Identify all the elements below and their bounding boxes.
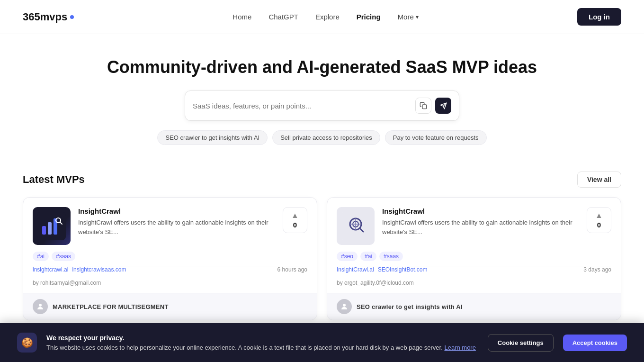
cookie-learn-more-link[interactable]: Learn more	[444, 344, 475, 351]
mvp-cards-grid: InsightCrawl InsightCrawl offers users t…	[23, 197, 621, 320]
card-byline-1: by rohitsamyal@gmail.com	[23, 280, 317, 293]
card-desc-2: InsightCrawl offers users the ability to…	[382, 218, 579, 236]
navbar: 365mvps Home ChatGPT Explore Pricing Mor…	[0, 0, 644, 34]
card-top-1: InsightCrawl InsightCrawl offers users t…	[23, 198, 317, 252]
mvp-card-2: InsightCrawl InsightCrawl offers users t…	[327, 197, 621, 320]
svg-point-16	[343, 304, 346, 307]
search-submit-button[interactable]	[435, 98, 451, 114]
svg-rect-0	[422, 105, 427, 109]
vote-box-1[interactable]: ▲ 0	[283, 207, 307, 233]
card-domain2-2[interactable]: SEOInsightBot.com	[378, 266, 428, 273]
section-title: Latest MVPs	[23, 173, 85, 186]
category-avatar-1	[33, 299, 48, 314]
tag-pay-to-vote[interactable]: Pay to vote feature on requests	[385, 130, 487, 145]
section-header: Latest MVPs View all	[23, 172, 621, 188]
category-banner-2: SEO crawler to get insights with AI	[327, 293, 621, 320]
card-meta-2: InsightCrawl.ai SEOInsightBot.com 3 days…	[327, 266, 621, 280]
card-by-1: by rohitsamyal@gmail.com	[33, 280, 101, 286]
card-tag-ai-1[interactable]: #ai	[33, 252, 49, 261]
card-meta-1: insightcrawl.ai insightcrawlsaas.com 6 h…	[23, 266, 317, 280]
search-input[interactable]	[193, 102, 415, 110]
card-domain1-1[interactable]: insightcrawl.ai	[33, 266, 68, 273]
card-domain1-2[interactable]: InsightCrawl.ai	[337, 266, 374, 273]
card-byline-2: by ergot_agility.0f@icloud.com	[327, 280, 621, 293]
card-links-1: insightcrawl.ai insightcrawlsaas.com	[33, 266, 126, 273]
nav-links: Home ChatGPT Explore Pricing More ▾	[233, 13, 418, 21]
nav-more[interactable]: More ▾	[398, 13, 419, 21]
category-avatar-2	[337, 299, 352, 314]
cookie-text: We respect your privacy. This website us…	[46, 333, 478, 353]
insightcrawl2-logo-svg	[341, 212, 370, 240]
view-all-button[interactable]: View all	[577, 172, 621, 188]
card-time-2: 3 days ago	[583, 266, 611, 273]
card-tag-saas-1[interactable]: #saas	[52, 252, 75, 261]
search-actions	[415, 98, 451, 114]
category-text-1: MARKETPLACE FOR MULTISEGMENT	[53, 303, 169, 310]
svg-rect-6	[54, 218, 57, 235]
mvp-card-1: InsightCrawl InsightCrawl offers users t…	[23, 197, 317, 320]
card-top-2: InsightCrawl InsightCrawl offers users t…	[327, 198, 621, 252]
copy-icon-button[interactable]	[415, 98, 431, 114]
cookie-body: This website uses cookies to help person…	[46, 344, 443, 351]
chevron-down-icon: ▾	[416, 14, 419, 20]
login-button[interactable]: Log in	[577, 8, 621, 26]
tag-seo-crawler[interactable]: SEO crawler to get insights with AI	[157, 130, 268, 145]
svg-rect-4	[42, 226, 46, 235]
cookie-title: We respect your privacy.	[46, 334, 124, 342]
card-by-2: by ergot_agility.0f@icloud.com	[337, 280, 414, 286]
send-icon	[440, 102, 447, 109]
copy-icon	[420, 102, 427, 109]
site-logo[interactable]: 365mvps	[23, 11, 74, 23]
card-brand-2: InsightCrawl	[382, 207, 579, 215]
card-tag-ai-2[interactable]: #ai	[360, 252, 376, 261]
nav-pricing[interactable]: Pricing	[357, 13, 381, 21]
card-brand-1: InsightCrawl	[78, 207, 275, 215]
upvote-icon-2: ▲	[595, 211, 603, 220]
person-icon-1	[36, 302, 45, 311]
nav-explore[interactable]: Explore	[315, 13, 340, 21]
cookie-accept-button[interactable]: Accept cookies	[563, 335, 627, 351]
card-tag-saas-2[interactable]: #saas	[379, 252, 403, 261]
card-domain2-1[interactable]: insightcrawlsaas.com	[72, 266, 126, 273]
card-tags-1: #ai #saas	[23, 252, 317, 266]
logo-dot	[70, 15, 74, 19]
cookie-banner: 🍪 We respect your privacy. This website …	[0, 323, 644, 362]
card-content-2: InsightCrawl InsightCrawl offers users t…	[382, 207, 579, 236]
cookie-settings-button[interactable]: Cookie settings	[488, 334, 554, 352]
insightcrawl-logo-svg	[37, 212, 66, 240]
person-icon-2	[340, 302, 349, 311]
vote-count-2: 0	[597, 221, 601, 229]
card-tag-seo-2[interactable]: #seo	[337, 252, 358, 261]
card-tags-2: #seo #ai #saas	[327, 252, 621, 266]
category-banner-1: MARKETPLACE FOR MULTISEGMENT	[23, 293, 317, 320]
category-text-2: SEO crawler to get insights with AI	[357, 303, 463, 310]
card-content-1: InsightCrawl InsightCrawl offers users t…	[78, 207, 275, 236]
suggestion-tags: SEO crawler to get insights with AI Sell…	[23, 130, 621, 145]
vote-count-1: 0	[293, 221, 297, 229]
svg-rect-5	[48, 222, 52, 235]
nav-more-label: More	[398, 13, 414, 21]
card-links-2: InsightCrawl.ai SEOInsightBot.com	[337, 266, 427, 273]
hero-title: Community-driven and AI-generated SaaS M…	[23, 57, 621, 77]
nav-chatgpt[interactable]: ChatGPT	[268, 13, 298, 21]
search-box	[185, 90, 459, 121]
upvote-icon-1: ▲	[291, 211, 299, 220]
card-desc-1: InsightCrawl offers users the ability to…	[78, 218, 275, 236]
card-logo-1	[33, 207, 71, 245]
svg-point-9	[39, 304, 42, 307]
cookie-icon: 🍪	[17, 333, 37, 353]
hero-section: Community-driven and AI-generated SaaS M…	[0, 34, 644, 172]
tag-sell-private[interactable]: Sell private access to repositories	[272, 130, 380, 145]
logo-text: 365mvps	[23, 11, 67, 23]
latest-mvps-section: Latest MVPs View all InsightCrawl	[0, 172, 644, 339]
vote-box-2[interactable]: ▲ 0	[587, 207, 611, 233]
card-time-1: 6 hours ago	[277, 266, 307, 273]
card-logo-2	[337, 207, 375, 245]
nav-home[interactable]: Home	[233, 13, 251, 21]
